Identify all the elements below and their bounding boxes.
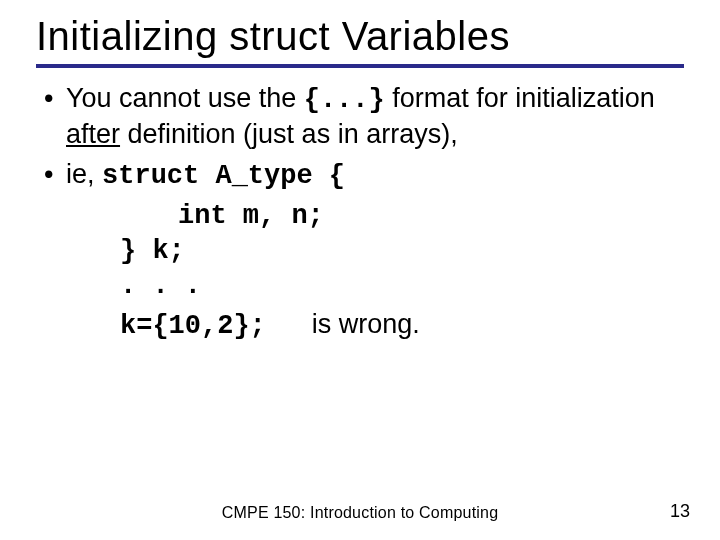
- bullet-text-1: You cannot use the {...} format for init…: [66, 82, 676, 152]
- bullet-item-2: • ie, struct A_type {: [44, 158, 676, 194]
- bullet-text-2: ie, struct A_type {: [66, 158, 676, 194]
- bullet-item-1: • You cannot use the {...} format for in…: [44, 82, 676, 152]
- code-assignment: k={10,2};: [120, 311, 266, 341]
- bullet-marker: •: [44, 158, 66, 194]
- text-mid: format for initialization: [385, 83, 655, 113]
- slide: Initializing struct Variables • You cann…: [0, 0, 720, 540]
- slide-title: Initializing struct Variables: [0, 0, 720, 62]
- slide-body: • You cannot use the {...} format for in…: [0, 68, 720, 344]
- code-line-members: int m, n;: [178, 199, 676, 234]
- code-block: int m, n; } k; . . . k={10,2};is wrong.: [66, 199, 676, 343]
- inline-code-braces: {...}: [304, 85, 385, 115]
- text-pre: You cannot use the: [66, 83, 304, 113]
- code-struct-decl: struct A_type {: [102, 161, 345, 191]
- bullet-marker: •: [44, 82, 66, 152]
- text-underlined-after: after: [66, 119, 120, 149]
- text-ie: ie,: [66, 159, 102, 189]
- code-line-assignment: k={10,2};is wrong.: [120, 307, 676, 344]
- text-post: definition (just as in arrays),: [120, 119, 458, 149]
- code-line-ellipsis: . . .: [120, 269, 676, 304]
- code-line-close: } k;: [120, 234, 676, 269]
- footer-course: CMPE 150: Introduction to Computing: [0, 504, 720, 522]
- text-is-wrong: is wrong.: [312, 309, 420, 339]
- footer-page-number: 13: [670, 501, 690, 522]
